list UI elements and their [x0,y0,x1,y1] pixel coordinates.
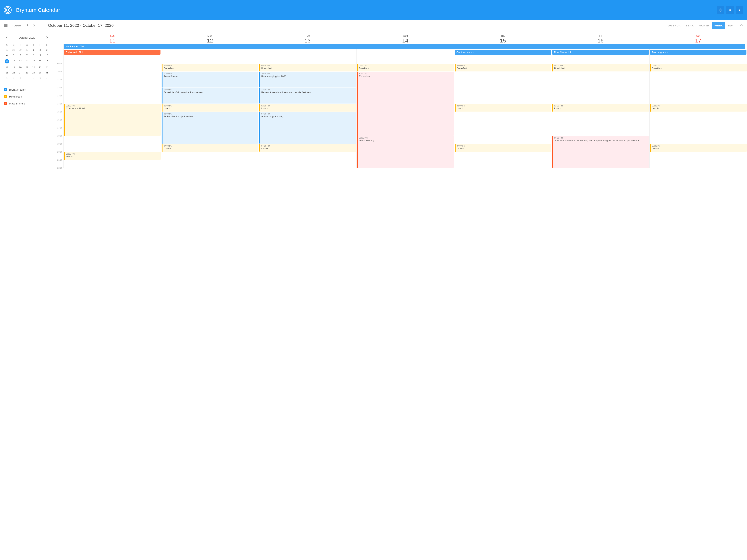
resource-item[interactable]: ✓Bryntum team [4,86,50,93]
code-button[interactable] [726,6,734,14]
mini-day[interactable]: 24 [44,65,50,70]
mini-day[interactable]: 18 [4,65,10,70]
mini-day[interactable]: 4 [4,53,10,58]
calendar-event[interactable]: 10:00 AMTeam Scrum [161,72,258,87]
calendar-event[interactable]: 07:00 PMDinner [455,144,551,152]
day-column[interactable]: 09:00 AMBreakfast10:00 AMTeam Scrum12:00… [161,56,259,168]
time-grid[interactable]: 08:0009:0010:0011:0012:0013:0014:0015:00… [54,56,747,560]
calendar-event[interactable]: 06:00 PMTeam Building [357,136,454,168]
mini-day[interactable]: 1 [4,75,10,81]
calendar-event[interactable]: 07:00 PMDinner [259,144,356,152]
calendar-event[interactable]: 02:00 PMLunch [650,104,747,112]
settings-icon[interactable] [738,22,744,29]
calendar-event[interactable]: 10:00 AMExcursion [357,72,454,136]
calendar-event[interactable]: 09:00 AMBreakfast [455,64,551,72]
mini-day[interactable]: 28 [24,70,30,75]
checkbox-icon[interactable]: ✓ [4,102,7,105]
mini-day[interactable]: 30 [37,70,44,75]
allday-event[interactable]: Pair programmi… [650,50,746,55]
view-year[interactable]: YEAR [684,22,696,29]
info-button[interactable] [736,6,743,14]
view-week[interactable]: WEEK [712,22,725,29]
mini-day[interactable]: 8 [30,53,37,58]
calendar-event[interactable]: 08:00 PMDinner [64,152,161,160]
allday-event[interactable]: Hackathon 2020 [64,44,745,49]
day-header[interactable]: Tue13 [259,34,356,44]
allday-event[interactable]: Root Cause tick… [552,50,649,55]
day-header[interactable]: Wed14 [356,34,454,44]
mini-day[interactable]: 2 [37,47,44,53]
day-column[interactable]: 09:00 AMBreakfast10:00 AMRoadmapping for… [259,56,356,168]
today-button[interactable]: TODAY [10,24,24,27]
mini-day[interactable]: 9 [37,53,44,58]
prev-button[interactable] [25,24,30,27]
mini-day[interactable]: 19 [10,65,17,70]
mini-day[interactable]: 10 [44,53,50,58]
mini-day[interactable]: 30 [24,47,30,53]
next-button[interactable] [31,24,37,27]
allday-event[interactable]: Relax and offici… [64,50,160,55]
mini-day[interactable]: 3 [44,47,50,53]
mini-day[interactable]: 1 [30,47,37,53]
day-column[interactable]: 09:00 AMBreakfast02:00 PMLunch07:00 PMDi… [454,56,552,168]
day-column[interactable]: 09:00 AMBreakfast10:00 AMExcursion06:00 … [356,56,454,168]
mini-day[interactable]: 28 [10,47,17,53]
view-agenda[interactable]: AGENDA [666,22,683,29]
calendar-event[interactable]: 06:00 PMSplit.JS conference: Monitoring … [552,136,649,168]
mini-day[interactable]: 3 [17,75,24,81]
mini-day[interactable]: 22 [30,65,37,70]
calendar-event[interactable]: 10:00 AMRoadmapping for 2020 [259,72,356,87]
mini-day[interactable]: 26 [10,70,17,75]
calendar-event[interactable]: 09:00 AMBreakfast [161,64,258,72]
mini-day[interactable]: 2 [10,75,17,81]
mini-day[interactable]: 21 [24,65,30,70]
menu-icon[interactable] [3,22,9,29]
resource-item[interactable]: ✓Hotel Park [4,93,50,100]
calendar-event[interactable]: 09:00 AMBreakfast [259,64,356,72]
day-column[interactable]: 09:00 AMBreakfast02:00 PMLunch07:00 PMDi… [649,56,747,168]
calendar-event[interactable]: 02:00 PMLunch [259,104,356,112]
day-column[interactable]: 02:00 PMCheck-In in Hotel08:00 PMDinner [63,56,161,168]
calendar-event[interactable]: 12:00 PMReview Assembla tickets and deci… [259,88,356,104]
mini-day[interactable]: 29 [30,70,37,75]
day-header[interactable]: Sat17 [649,34,747,44]
fullscreen-button[interactable] [717,6,724,14]
day-column[interactable]: 09:00 AMBreakfast02:00 PMLunch06:00 PMSp… [552,56,649,168]
mini-day[interactable]: 31 [44,70,50,75]
checkbox-icon[interactable]: ✓ [4,95,7,98]
day-header[interactable]: Mon12 [161,34,259,44]
mini-day[interactable]: 7 [24,53,30,58]
mini-cal-prev[interactable] [4,35,9,40]
calendar-event[interactable]: 02:00 PMLunch [161,104,258,112]
view-day[interactable]: DAY [726,22,736,29]
mini-day[interactable]: 20 [17,65,24,70]
mini-day[interactable]: 25 [4,70,10,75]
calendar-event[interactable]: 03:00 PMActive programming [259,112,356,144]
calendar-event[interactable]: 07:00 PMDinner [161,144,258,152]
allday-event[interactable]: Gantt review + d… [455,50,551,55]
mini-day[interactable]: 12 [10,58,17,65]
mini-day[interactable]: 27 [17,70,24,75]
mini-day[interactable]: 11 [4,58,10,65]
day-header[interactable]: Sun11 [63,34,161,44]
calendar-event[interactable]: 09:00 AMBreakfast [650,64,747,72]
calendar-event[interactable]: 03:00 PMActive client project review [161,112,258,144]
calendar-event[interactable]: 07:00 PMDinner [650,144,747,152]
calendar-event[interactable]: 09:00 AMBreakfast [552,64,649,72]
mini-day[interactable]: 6 [17,53,24,58]
mini-day[interactable]: 29 [17,47,24,53]
mini-day[interactable]: 17 [44,58,50,65]
calendar-event[interactable]: 09:00 AMBreakfast [357,64,454,72]
day-header[interactable]: Fri16 [552,34,649,44]
view-month[interactable]: MONTH [697,22,712,29]
mini-day[interactable]: 23 [37,65,44,70]
mini-day[interactable]: 5 [10,53,17,58]
mini-cal-next[interactable] [45,35,49,40]
mini-day[interactable]: 13 [17,58,24,65]
mini-day[interactable]: 27 [4,47,10,53]
mini-day[interactable]: 14 [24,58,30,65]
resource-item[interactable]: ✓Mats Bryntse [4,100,50,107]
calendar-event[interactable]: 02:00 PMCheck-In in Hotel [64,104,161,136]
mini-day[interactable]: 5 [30,75,37,81]
mini-day[interactable]: 15 [30,58,37,65]
